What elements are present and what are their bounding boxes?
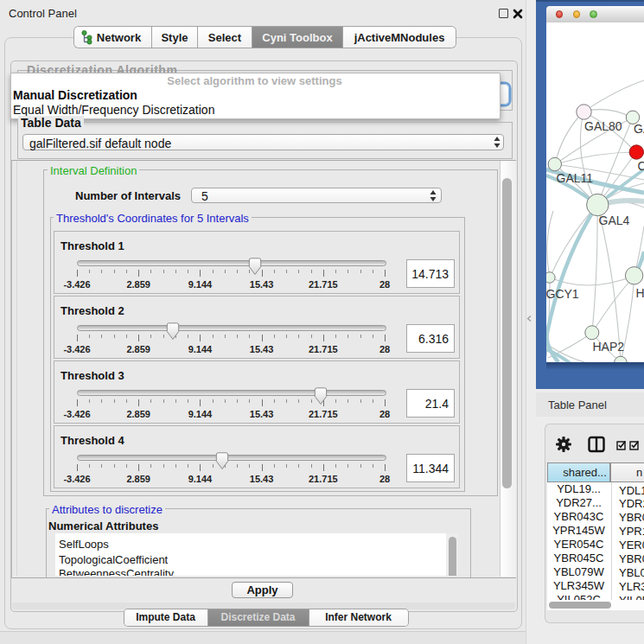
svg-text:GAL11: GAL11 bbox=[557, 171, 594, 185]
svg-text:GAL80: GAL80 bbox=[584, 119, 622, 133]
svg-text:C: C bbox=[638, 159, 644, 173]
svg-text:GAL4: GAL4 bbox=[599, 214, 630, 227]
svg-text:H: H bbox=[636, 286, 644, 300]
svg-text:GCY1: GCY1 bbox=[546, 287, 579, 301]
svg-text:HAP2: HAP2 bbox=[593, 340, 625, 354]
svg-text:GA: GA bbox=[634, 122, 644, 136]
